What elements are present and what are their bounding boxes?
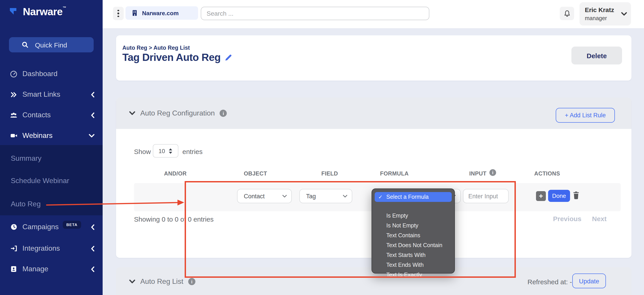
sidebar-item-integrations[interactable]: Integrations <box>0 238 103 259</box>
quick-find-button[interactable]: Quick Find <box>9 37 94 52</box>
user-name: Eric Kratz <box>585 6 614 13</box>
dropdown-option[interactable]: Text Ends With <box>386 262 424 270</box>
column-header-input: INPUT <box>469 171 486 177</box>
search-input[interactable] <box>201 7 429 20</box>
table-summary: Showing 0 to 0 of 0 entries <box>134 215 214 223</box>
info-icon[interactable]: i <box>220 110 227 117</box>
organization-selector[interactable]: Narware.com <box>126 6 198 20</box>
sidebar-item-label: Contacts <box>22 111 51 119</box>
sidebar-item-campaigns[interactable]: Campaigns BETA <box>0 217 103 237</box>
stepper-arrows-icon <box>168 148 172 154</box>
dropdown-option[interactable]: Text Starts With <box>386 252 426 260</box>
sidebar-subitem-auto-reg[interactable]: Auto Reg <box>11 199 40 210</box>
show-label: Show <box>134 148 151 155</box>
chevron-down-icon <box>621 12 627 16</box>
checkmark-icon: ✓ <box>378 194 382 200</box>
sidebar-item-dashboard[interactable]: Dashboard <box>0 63 103 84</box>
app-root: Narware™ Quick Find Dashboard Smart Link… <box>0 0 644 295</box>
info-icon[interactable]: i <box>490 169 496 176</box>
notifications-button[interactable] <box>560 7 574 20</box>
logo-text: Narware™ <box>23 6 66 17</box>
field-select[interactable]: Tag <box>299 189 352 203</box>
sidebar-subitem-summary[interactable]: Summary <box>11 153 42 164</box>
id-card-icon <box>10 266 18 273</box>
dropdown-option[interactable]: Is Not Empty <box>386 223 418 231</box>
beta-badge: BETA <box>63 221 81 229</box>
sidebar-subitem-schedule-webinar[interactable]: Schedule Webinar <box>11 176 69 186</box>
page-size-value: 10 <box>159 147 165 154</box>
done-button[interactable]: Done <box>548 190 570 202</box>
refreshed-at-label: Refreshed at: - <box>528 278 572 286</box>
page-size-select[interactable]: 10 <box>153 144 178 158</box>
column-header-formula: FORMULA <box>380 171 409 177</box>
user-menu[interactable]: Eric Kratz manager <box>580 2 631 25</box>
edit-pencil-icon[interactable] <box>224 54 232 61</box>
delete-button[interactable]: Delete <box>572 46 622 64</box>
panel-header: Auto Reg Configuration i + Add List Rule <box>116 98 632 129</box>
sidebar-item-label: Webinars <box>22 132 53 140</box>
search-icon <box>22 41 29 48</box>
add-list-rule-button[interactable]: + Add List Rule <box>556 108 615 123</box>
video-camera-icon <box>10 132 18 139</box>
chevron-left-icon <box>91 91 94 97</box>
chevron-left-icon <box>91 224 94 230</box>
chevron-down-icon <box>282 195 287 198</box>
breadcrumb[interactable]: Auto Reg > Auto Reg List <box>122 45 190 51</box>
dropdown-option-selected[interactable]: ✓ Select a Formula <box>375 192 452 202</box>
global-search <box>201 7 429 20</box>
chevron-down-icon <box>89 134 94 138</box>
formula-dropdown-menu: ✓ Select a Formula Is Empty Is Not Empty… <box>372 188 455 274</box>
sidebar-item-webinars[interactable]: Webinars <box>0 125 103 146</box>
dropdown-option[interactable]: Text Is Exactly <box>386 272 422 280</box>
logo-trademark: ™ <box>62 6 66 10</box>
clock-icon <box>10 223 18 231</box>
column-header-object: OBJECT <box>244 171 267 177</box>
quick-find-label: Quick Find <box>35 41 67 48</box>
trash-icon[interactable] <box>572 191 581 200</box>
info-icon[interactable]: i <box>188 278 196 285</box>
narware-logo-mark-icon <box>8 6 20 17</box>
collapse-chevron-icon[interactable] <box>129 279 135 284</box>
user-role: manager <box>585 15 607 21</box>
chevron-left-icon <box>91 112 94 118</box>
page-header-card: Auto Reg > Auto Reg List Tag Driven Auto… <box>116 35 632 81</box>
update-button[interactable]: Update <box>572 274 606 288</box>
building-icon <box>131 9 138 16</box>
chevron-left-icon <box>91 266 94 272</box>
organization-name: Narware.com <box>142 10 178 16</box>
next-page-button[interactable]: Next <box>592 215 606 223</box>
double-chevron-right-icon <box>10 91 18 98</box>
sidebar: Narware™ Quick Find Dashboard Smart Link… <box>0 0 103 295</box>
sidebar-item-smart-links[interactable]: Smart Links <box>0 84 103 105</box>
sidebar-item-label: Dashboard <box>22 70 58 78</box>
dropdown-option[interactable]: Is Empty <box>386 213 408 221</box>
add-rule-row-button[interactable]: + <box>536 191 546 201</box>
topbar: Narware.com Eric Kratz manager <box>103 0 644 28</box>
chevron-down-icon <box>343 195 347 198</box>
rule-input-field[interactable] <box>463 189 509 203</box>
sidebar-item-contacts[interactable]: Contacts <box>0 105 103 125</box>
sign-in-arrow-icon <box>10 245 18 252</box>
bell-icon <box>563 10 571 17</box>
kebab-menu-button[interactable] <box>113 7 124 20</box>
sidebar-item-manage[interactable]: Manage <box>0 259 103 279</box>
object-select[interactable]: Contact <box>237 189 292 203</box>
page-title: Tag Driven Auto Reg <box>122 51 220 63</box>
column-header-field: FIELD <box>321 171 338 177</box>
chevron-left-icon <box>91 246 94 251</box>
gauge-icon <box>10 70 18 78</box>
entries-label: entries <box>182 148 202 155</box>
sidebar-item-label: Smart Links <box>22 90 60 98</box>
logo[interactable]: Narware™ <box>8 6 66 17</box>
dropdown-option[interactable]: Text Does Not Contain <box>386 242 442 250</box>
panel-title: Auto Reg List <box>140 278 183 286</box>
column-header-actions: ACTIONS <box>534 171 560 177</box>
panel-title: Auto Reg Configuration <box>140 109 215 117</box>
sidebar-item-label: Manage <box>22 265 48 273</box>
dropdown-option[interactable]: Text Contains <box>386 232 420 240</box>
sidebar-item-label: Campaigns <box>22 223 59 231</box>
previous-page-button[interactable]: Previous <box>553 215 582 223</box>
column-header-andor: AND/OR <box>164 171 187 177</box>
collapse-chevron-icon[interactable] <box>129 111 135 115</box>
webinars-submenu: Summary Schedule Webinar Auto Reg <box>0 145 103 215</box>
